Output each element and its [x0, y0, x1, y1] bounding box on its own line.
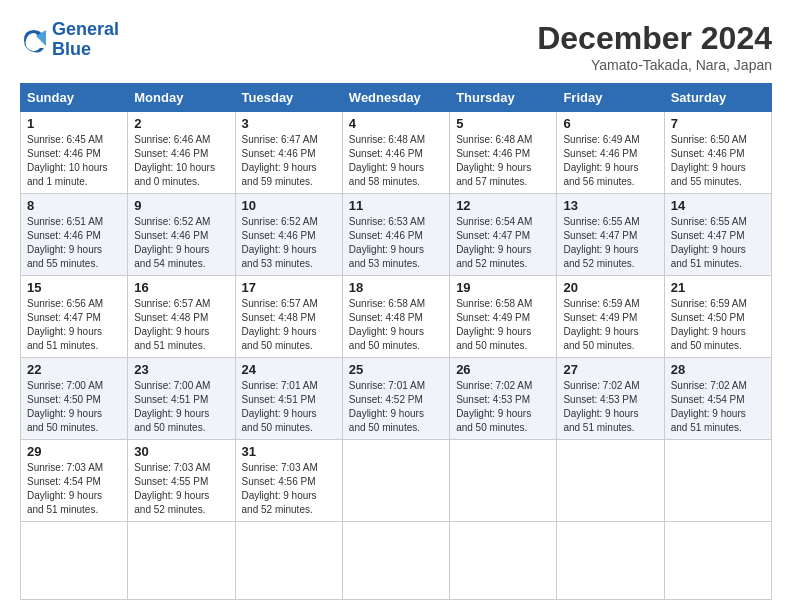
day-info: Sunrise: 7:03 AM Sunset: 4:55 PM Dayligh… [134, 461, 228, 517]
calendar-cell: 16Sunrise: 6:57 AM Sunset: 4:48 PM Dayli… [128, 276, 235, 358]
day-number: 27 [563, 362, 657, 377]
logo-icon [20, 26, 48, 54]
calendar-cell: 30Sunrise: 7:03 AM Sunset: 4:55 PM Dayli… [128, 440, 235, 522]
calendar-cell: 22Sunrise: 7:00 AM Sunset: 4:50 PM Dayli… [21, 358, 128, 440]
day-number: 16 [134, 280, 228, 295]
calendar-cell [450, 440, 557, 522]
calendar-cell: 25Sunrise: 7:01 AM Sunset: 4:52 PM Dayli… [342, 358, 449, 440]
day-info: Sunrise: 7:01 AM Sunset: 4:52 PM Dayligh… [349, 379, 443, 435]
day-number: 6 [563, 116, 657, 131]
day-number: 28 [671, 362, 765, 377]
day-info: Sunrise: 7:00 AM Sunset: 4:51 PM Dayligh… [134, 379, 228, 435]
day-number: 3 [242, 116, 336, 131]
day-number: 29 [27, 444, 121, 459]
day-info: Sunrise: 6:53 AM Sunset: 4:46 PM Dayligh… [349, 215, 443, 271]
calendar-cell [450, 522, 557, 600]
calendar-cell [342, 522, 449, 600]
calendar-cell: 7Sunrise: 6:50 AM Sunset: 4:46 PM Daylig… [664, 112, 771, 194]
calendar-cell: 15Sunrise: 6:56 AM Sunset: 4:47 PM Dayli… [21, 276, 128, 358]
calendar-cell [664, 522, 771, 600]
day-number: 11 [349, 198, 443, 213]
calendar-cell [128, 522, 235, 600]
calendar-row [21, 522, 772, 600]
day-info: Sunrise: 6:59 AM Sunset: 4:50 PM Dayligh… [671, 297, 765, 353]
day-info: Sunrise: 7:02 AM Sunset: 4:53 PM Dayligh… [563, 379, 657, 435]
calendar-cell [21, 522, 128, 600]
calendar-cell [342, 440, 449, 522]
calendar-cell: 24Sunrise: 7:01 AM Sunset: 4:51 PM Dayli… [235, 358, 342, 440]
calendar-cell: 27Sunrise: 7:02 AM Sunset: 4:53 PM Dayli… [557, 358, 664, 440]
day-info: Sunrise: 6:49 AM Sunset: 4:46 PM Dayligh… [563, 133, 657, 189]
day-info: Sunrise: 6:51 AM Sunset: 4:46 PM Dayligh… [27, 215, 121, 271]
day-number: 9 [134, 198, 228, 213]
logo-blue: Blue [52, 39, 91, 59]
day-number: 17 [242, 280, 336, 295]
calendar-row: 15Sunrise: 6:56 AM Sunset: 4:47 PM Dayli… [21, 276, 772, 358]
day-info: Sunrise: 6:48 AM Sunset: 4:46 PM Dayligh… [349, 133, 443, 189]
day-info: Sunrise: 6:57 AM Sunset: 4:48 PM Dayligh… [134, 297, 228, 353]
calendar-cell: 9Sunrise: 6:52 AM Sunset: 4:46 PM Daylig… [128, 194, 235, 276]
day-number: 30 [134, 444, 228, 459]
day-number: 12 [456, 198, 550, 213]
day-info: Sunrise: 6:58 AM Sunset: 4:48 PM Dayligh… [349, 297, 443, 353]
day-number: 8 [27, 198, 121, 213]
day-number: 4 [349, 116, 443, 131]
day-info: Sunrise: 6:58 AM Sunset: 4:49 PM Dayligh… [456, 297, 550, 353]
calendar-cell: 29Sunrise: 7:03 AM Sunset: 4:54 PM Dayli… [21, 440, 128, 522]
col-monday: Monday [128, 84, 235, 112]
day-info: Sunrise: 6:45 AM Sunset: 4:46 PM Dayligh… [27, 133, 121, 189]
calendar-cell: 5Sunrise: 6:48 AM Sunset: 4:46 PM Daylig… [450, 112, 557, 194]
col-saturday: Saturday [664, 84, 771, 112]
day-info: Sunrise: 7:03 AM Sunset: 4:54 PM Dayligh… [27, 461, 121, 517]
calendar-cell: 3Sunrise: 6:47 AM Sunset: 4:46 PM Daylig… [235, 112, 342, 194]
calendar-cell: 23Sunrise: 7:00 AM Sunset: 4:51 PM Dayli… [128, 358, 235, 440]
calendar-cell: 18Sunrise: 6:58 AM Sunset: 4:48 PM Dayli… [342, 276, 449, 358]
day-info: Sunrise: 6:55 AM Sunset: 4:47 PM Dayligh… [563, 215, 657, 271]
calendar-cell: 13Sunrise: 6:55 AM Sunset: 4:47 PM Dayli… [557, 194, 664, 276]
day-number: 22 [27, 362, 121, 377]
day-number: 13 [563, 198, 657, 213]
day-number: 25 [349, 362, 443, 377]
day-info: Sunrise: 7:02 AM Sunset: 4:53 PM Dayligh… [456, 379, 550, 435]
col-wednesday: Wednesday [342, 84, 449, 112]
calendar-cell: 14Sunrise: 6:55 AM Sunset: 4:47 PM Dayli… [664, 194, 771, 276]
day-number: 20 [563, 280, 657, 295]
col-friday: Friday [557, 84, 664, 112]
day-info: Sunrise: 6:59 AM Sunset: 4:49 PM Dayligh… [563, 297, 657, 353]
day-info: Sunrise: 6:57 AM Sunset: 4:48 PM Dayligh… [242, 297, 336, 353]
logo-general: General [52, 19, 119, 39]
calendar-cell: 1Sunrise: 6:45 AM Sunset: 4:46 PM Daylig… [21, 112, 128, 194]
day-info: Sunrise: 6:52 AM Sunset: 4:46 PM Dayligh… [242, 215, 336, 271]
calendar-cell: 31Sunrise: 7:03 AM Sunset: 4:56 PM Dayli… [235, 440, 342, 522]
calendar-cell: 20Sunrise: 6:59 AM Sunset: 4:49 PM Dayli… [557, 276, 664, 358]
calendar-cell: 6Sunrise: 6:49 AM Sunset: 4:46 PM Daylig… [557, 112, 664, 194]
calendar-cell: 26Sunrise: 7:02 AM Sunset: 4:53 PM Dayli… [450, 358, 557, 440]
calendar-cell: 8Sunrise: 6:51 AM Sunset: 4:46 PM Daylig… [21, 194, 128, 276]
calendar-cell: 17Sunrise: 6:57 AM Sunset: 4:48 PM Dayli… [235, 276, 342, 358]
day-number: 19 [456, 280, 550, 295]
day-number: 14 [671, 198, 765, 213]
day-info: Sunrise: 6:55 AM Sunset: 4:47 PM Dayligh… [671, 215, 765, 271]
calendar-cell: 4Sunrise: 6:48 AM Sunset: 4:46 PM Daylig… [342, 112, 449, 194]
day-number: 5 [456, 116, 550, 131]
calendar-row: 22Sunrise: 7:00 AM Sunset: 4:50 PM Dayli… [21, 358, 772, 440]
calendar-row: 8Sunrise: 6:51 AM Sunset: 4:46 PM Daylig… [21, 194, 772, 276]
day-number: 7 [671, 116, 765, 131]
calendar-cell [557, 522, 664, 600]
calendar-header-row: Sunday Monday Tuesday Wednesday Thursday… [21, 84, 772, 112]
day-number: 31 [242, 444, 336, 459]
day-info: Sunrise: 6:50 AM Sunset: 4:46 PM Dayligh… [671, 133, 765, 189]
location-subtitle: Yamato-Takada, Nara, Japan [537, 57, 772, 73]
calendar-table: Sunday Monday Tuesday Wednesday Thursday… [20, 83, 772, 600]
calendar-cell: 2Sunrise: 6:46 AM Sunset: 4:46 PM Daylig… [128, 112, 235, 194]
day-info: Sunrise: 7:02 AM Sunset: 4:54 PM Dayligh… [671, 379, 765, 435]
day-number: 15 [27, 280, 121, 295]
title-block: December 2024 Yamato-Takada, Nara, Japan [537, 20, 772, 73]
day-info: Sunrise: 7:00 AM Sunset: 4:50 PM Dayligh… [27, 379, 121, 435]
day-info: Sunrise: 6:46 AM Sunset: 4:46 PM Dayligh… [134, 133, 228, 189]
day-info: Sunrise: 7:03 AM Sunset: 4:56 PM Dayligh… [242, 461, 336, 517]
calendar-cell: 10Sunrise: 6:52 AM Sunset: 4:46 PM Dayli… [235, 194, 342, 276]
day-info: Sunrise: 7:01 AM Sunset: 4:51 PM Dayligh… [242, 379, 336, 435]
day-info: Sunrise: 6:56 AM Sunset: 4:47 PM Dayligh… [27, 297, 121, 353]
calendar-cell: 11Sunrise: 6:53 AM Sunset: 4:46 PM Dayli… [342, 194, 449, 276]
